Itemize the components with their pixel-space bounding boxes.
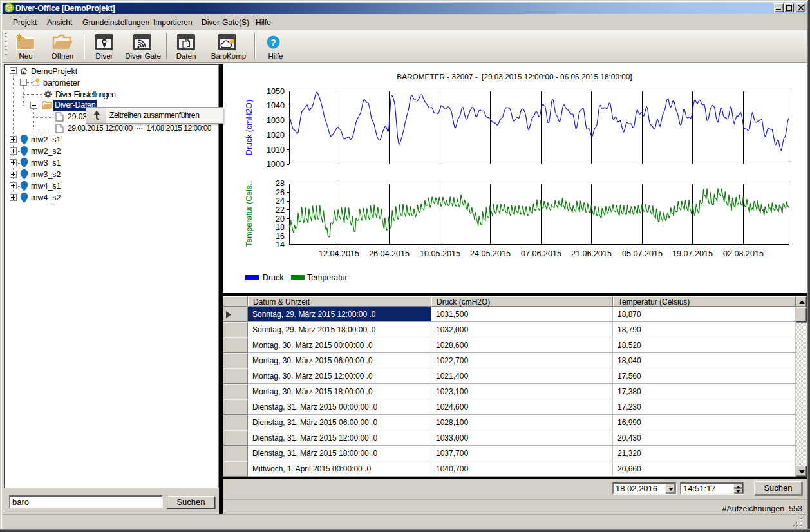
svg-text:Druck (cmH2O): Druck (cmH2O) xyxy=(245,100,254,155)
svg-text:1000: 1000 xyxy=(267,160,285,169)
svg-text:Temperatur (Cels..: Temperatur (Cels.. xyxy=(245,181,254,247)
svg-text:24: 24 xyxy=(276,196,285,205)
svg-text:Druck: Druck xyxy=(263,273,284,282)
svg-text:10.05.2015: 10.05.2015 xyxy=(420,249,460,258)
svg-text:1010: 1010 xyxy=(267,146,285,155)
svg-text:28: 28 xyxy=(276,179,285,188)
svg-text:1030: 1030 xyxy=(267,116,285,125)
svg-text:14: 14 xyxy=(276,240,285,249)
svg-text:07.06.2015: 07.06.2015 xyxy=(521,249,561,258)
svg-text:24.05.2015: 24.05.2015 xyxy=(470,249,511,258)
svg-text:02.08.2015: 02.08.2015 xyxy=(723,249,764,258)
svg-text:19.07.2015: 19.07.2015 xyxy=(672,249,713,258)
svg-text:18: 18 xyxy=(276,223,285,232)
svg-text:12.04.2015: 12.04.2015 xyxy=(319,249,359,258)
svg-text:1050: 1050 xyxy=(267,87,285,96)
svg-text:1040: 1040 xyxy=(267,101,285,110)
svg-text:?: ? xyxy=(270,37,276,48)
svg-text:26.04.2015: 26.04.2015 xyxy=(369,249,410,258)
svg-text:16: 16 xyxy=(276,232,285,241)
svg-text:1020: 1020 xyxy=(267,131,285,140)
svg-text:21.06.2015: 21.06.2015 xyxy=(571,249,612,258)
svg-text:20: 20 xyxy=(276,214,285,223)
svg-text:BAROMETER - 32007 - [29.03.20: BAROMETER - 32007 - [29.03.2015 12:00:00… xyxy=(397,72,632,81)
svg-text:22: 22 xyxy=(276,205,285,214)
svg-text:Temperatur: Temperatur xyxy=(307,273,348,282)
svg-text:26: 26 xyxy=(276,188,285,197)
svg-text:05.07.2015: 05.07.2015 xyxy=(622,249,663,258)
